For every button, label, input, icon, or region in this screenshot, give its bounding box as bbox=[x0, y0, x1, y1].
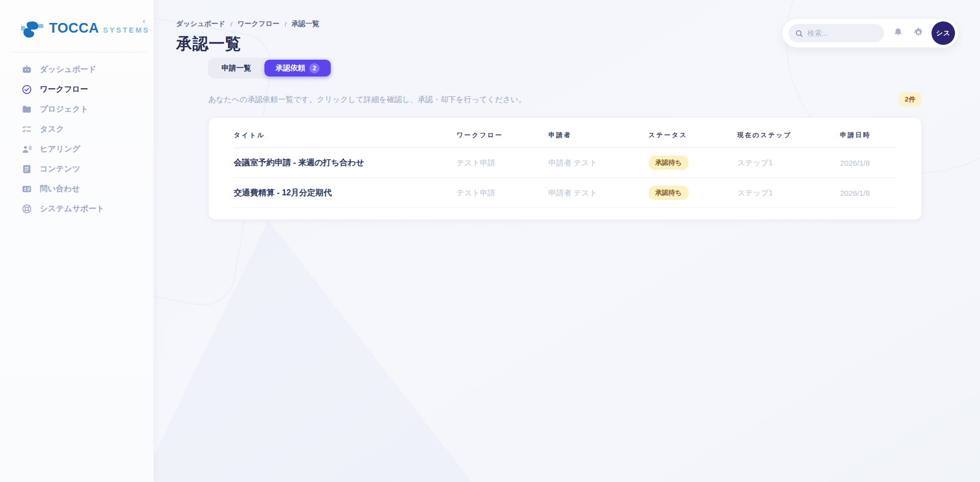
sidebar-item-project[interactable]: プロジェクト bbox=[0, 99, 154, 119]
cell-status: 承認待ち bbox=[649, 148, 738, 178]
sidebar: TOCCA SYSTEMS ‹ ダッシュボード ワークフロー プロジェクト bbox=[0, 0, 154, 482]
brand-suffix: SYSTEMS bbox=[103, 26, 150, 34]
tab-approval-requests[interactable]: 承認依頼 2 bbox=[264, 60, 331, 77]
sidebar-divider bbox=[11, 52, 146, 53]
search-icon bbox=[795, 29, 803, 38]
page-head: ダッシュボード / ワークフロー / 承認一覧 承認一覧 bbox=[176, 19, 319, 55]
user-avatar[interactable]: シス bbox=[932, 21, 955, 45]
cell-status: 承認待ち bbox=[649, 178, 738, 208]
sidebar-item-workflow[interactable]: ワークフロー bbox=[0, 80, 154, 99]
sidebar-nav: ダッシュボード ワークフロー プロジェクト タスク ヒアリング bbox=[0, 60, 154, 219]
content-document-icon bbox=[21, 164, 32, 174]
breadcrumb-separator: / bbox=[284, 20, 286, 28]
col-workflow: ワークフロー bbox=[456, 131, 548, 148]
status-badge: 承認待ち bbox=[649, 186, 689, 200]
content-column: 申請一覧 承認依頼 2 あなたへの承認依頼一覧です。クリックして詳細を確認し、承… bbox=[208, 58, 922, 220]
task-checklist-icon bbox=[21, 124, 32, 135]
cell-step: ステップ1 bbox=[737, 178, 840, 208]
sidebar-item-label: コンテンツ bbox=[40, 164, 80, 174]
hearing-person-icon bbox=[21, 144, 32, 155]
search-input[interactable] bbox=[807, 29, 878, 37]
sidebar-item-task[interactable]: タスク bbox=[0, 119, 154, 139]
table-row[interactable]: 交通費精算 - 12月分定期代 テスト申請 申請者 テスト 承認待ち ステップ1… bbox=[234, 178, 896, 208]
brand-logo-icon bbox=[20, 20, 44, 41]
tab-applications[interactable]: 申請一覧 bbox=[210, 60, 262, 77]
cell-date: 2026/1/8 bbox=[840, 148, 896, 178]
bell-icon bbox=[893, 27, 903, 38]
sidebar-item-label: 問い合わせ bbox=[40, 184, 80, 194]
workflow-icon bbox=[21, 84, 32, 95]
settings-button[interactable] bbox=[913, 27, 924, 39]
main-area: シス ダッシュボード / ワークフロー / 承認一覧 承認一覧 申請一覧 承認依… bbox=[154, 0, 980, 482]
table-row[interactable]: 会議室予約申請 - 来週の打ち合わせ テスト申請 申請者 テスト 承認待ち ステ… bbox=[234, 148, 896, 178]
cell-title: 会議室予約申請 - 来週の打ち合わせ bbox=[234, 148, 456, 178]
contact-card-icon bbox=[21, 184, 32, 194]
description-row: あなたへの承認依頼一覧です。クリックして詳細を確認し、承認・却下を行ってください… bbox=[208, 92, 922, 107]
col-current-step: 現在のステップ bbox=[737, 131, 840, 148]
sidebar-item-dashboard[interactable]: ダッシュボード bbox=[0, 60, 154, 80]
tab-count-badge: 2 bbox=[309, 63, 320, 73]
sidebar-item-label: プロジェクト bbox=[40, 104, 88, 115]
sidebar-item-label: ダッシュボード bbox=[40, 64, 96, 75]
brand-name: TOCCA bbox=[49, 20, 99, 36]
cell-workflow: テスト申請 bbox=[456, 178, 548, 208]
table-header-row: タイトル ワークフロー 申請者 ステータス 現在のステップ 申請日時 bbox=[234, 131, 896, 148]
sidebar-item-hearing[interactable]: ヒアリング bbox=[0, 139, 154, 159]
tab-label: 承認依頼 bbox=[276, 63, 305, 73]
col-title: タイトル bbox=[234, 131, 456, 148]
cell-applicant: 申請者 テスト bbox=[549, 178, 649, 208]
notifications-button[interactable] bbox=[893, 27, 904, 39]
cell-title: 交通費精算 - 12月分定期代 bbox=[234, 178, 456, 208]
tab-label: 申請一覧 bbox=[222, 63, 251, 73]
status-badge: 承認待ち bbox=[649, 156, 689, 170]
breadcrumb-current: 承認一覧 bbox=[291, 19, 319, 29]
breadcrumb-workflow[interactable]: ワークフロー bbox=[237, 19, 279, 29]
breadcrumb-separator: / bbox=[230, 20, 232, 28]
sidebar-item-contact[interactable]: 問い合わせ bbox=[0, 179, 154, 199]
sidebar-item-label: ワークフロー bbox=[40, 84, 88, 95]
page-description: あなたへの承認依頼一覧です。クリックして詳細を確認し、承認・却下を行ってください… bbox=[208, 95, 526, 105]
sidebar-item-support[interactable]: システムサポート bbox=[0, 199, 154, 219]
breadcrumb: ダッシュボード / ワークフロー / 承認一覧 bbox=[176, 19, 319, 29]
support-lifering-icon bbox=[21, 204, 32, 214]
approvals-table: タイトル ワークフロー 申請者 ステータス 現在のステップ 申請日時 会議室予約… bbox=[234, 131, 896, 208]
dashboard-icon bbox=[21, 64, 32, 75]
gear-icon bbox=[913, 27, 924, 38]
brand-logo: TOCCA SYSTEMS bbox=[0, 0, 154, 41]
approvals-card: タイトル ワークフロー 申請者 ステータス 現在のステップ 申請日時 会議室予約… bbox=[208, 117, 922, 220]
topbar: シス bbox=[782, 19, 958, 47]
col-submitted-at: 申請日時 bbox=[840, 131, 896, 148]
sidebar-item-label: ヒアリング bbox=[40, 144, 80, 155]
project-folder-icon bbox=[21, 104, 32, 115]
search-box bbox=[789, 24, 884, 42]
breadcrumb-dashboard[interactable]: ダッシュボード bbox=[176, 19, 225, 29]
tab-switcher: 申請一覧 承認依頼 2 bbox=[208, 58, 333, 79]
sidebar-item-label: システムサポート bbox=[40, 204, 105, 214]
cell-date: 2026/1/8 bbox=[840, 178, 896, 208]
sidebar-collapse-button[interactable]: ‹ bbox=[138, 15, 150, 27]
col-status: ステータス bbox=[649, 131, 738, 148]
cell-applicant: 申請者 テスト bbox=[549, 148, 649, 178]
result-count-badge: 2件 bbox=[899, 92, 922, 107]
cell-workflow: テスト申請 bbox=[456, 148, 548, 178]
cell-step: ステップ1 bbox=[737, 148, 840, 178]
page-title: 承認一覧 bbox=[176, 33, 319, 55]
col-applicant: 申請者 bbox=[549, 131, 649, 148]
sidebar-item-label: タスク bbox=[40, 124, 64, 135]
sidebar-item-content[interactable]: コンテンツ bbox=[0, 159, 154, 179]
